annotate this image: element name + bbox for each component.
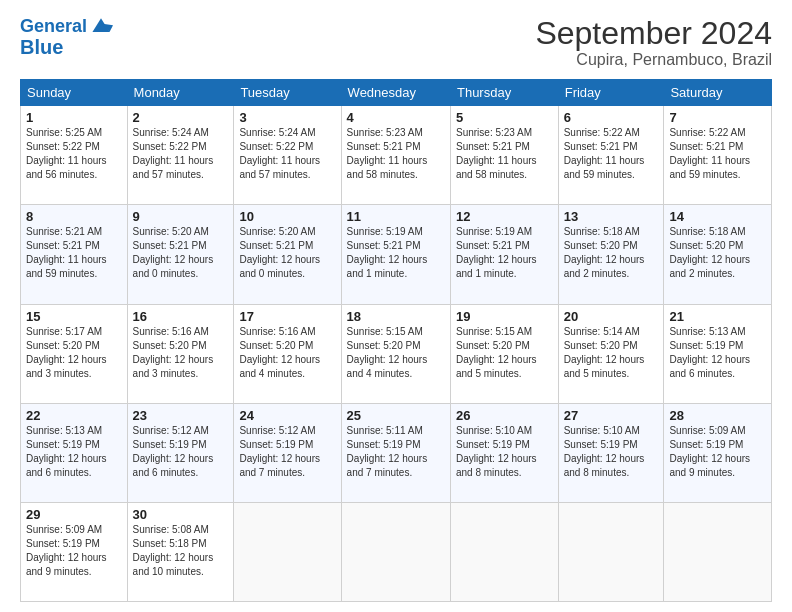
- day-cell: 8Sunrise: 5:21 AM Sunset: 5:21 PM Daylig…: [21, 205, 128, 304]
- day-info: Sunrise: 5:20 AM Sunset: 5:21 PM Dayligh…: [239, 225, 335, 281]
- day-cell: 27Sunrise: 5:10 AM Sunset: 5:19 PM Dayli…: [558, 403, 664, 502]
- subtitle: Cupira, Pernambuco, Brazil: [535, 51, 772, 69]
- day-cell: 21Sunrise: 5:13 AM Sunset: 5:19 PM Dayli…: [664, 304, 772, 403]
- day-info: Sunrise: 5:10 AM Sunset: 5:19 PM Dayligh…: [564, 424, 659, 480]
- day-info: Sunrise: 5:18 AM Sunset: 5:20 PM Dayligh…: [669, 225, 766, 281]
- week-row-2: 8Sunrise: 5:21 AM Sunset: 5:21 PM Daylig…: [21, 205, 772, 304]
- day-info: Sunrise: 5:21 AM Sunset: 5:21 PM Dayligh…: [26, 225, 122, 281]
- day-info: Sunrise: 5:17 AM Sunset: 5:20 PM Dayligh…: [26, 325, 122, 381]
- day-number: 7: [669, 110, 766, 125]
- day-cell: 6Sunrise: 5:22 AM Sunset: 5:21 PM Daylig…: [558, 106, 664, 205]
- day-info: Sunrise: 5:23 AM Sunset: 5:21 PM Dayligh…: [456, 126, 553, 182]
- logo-text-blue: Blue: [20, 36, 63, 58]
- day-info: Sunrise: 5:08 AM Sunset: 5:18 PM Dayligh…: [133, 523, 229, 579]
- day-info: Sunrise: 5:23 AM Sunset: 5:21 PM Dayligh…: [347, 126, 445, 182]
- day-info: Sunrise: 5:13 AM Sunset: 5:19 PM Dayligh…: [669, 325, 766, 381]
- day-cell: 28Sunrise: 5:09 AM Sunset: 5:19 PM Dayli…: [664, 403, 772, 502]
- logo: General Blue: [20, 16, 113, 58]
- day-number: 16: [133, 309, 229, 324]
- day-cell: [234, 502, 341, 601]
- day-cell: [558, 502, 664, 601]
- day-number: 30: [133, 507, 229, 522]
- day-info: Sunrise: 5:24 AM Sunset: 5:22 PM Dayligh…: [133, 126, 229, 182]
- day-cell: 14Sunrise: 5:18 AM Sunset: 5:20 PM Dayli…: [664, 205, 772, 304]
- dow-header-monday: Monday: [127, 80, 234, 106]
- day-info: Sunrise: 5:24 AM Sunset: 5:22 PM Dayligh…: [239, 126, 335, 182]
- title-area: September 2024 Cupira, Pernambuco, Brazi…: [535, 16, 772, 69]
- day-cell: [341, 502, 450, 601]
- day-of-week-row: SundayMondayTuesdayWednesdayThursdayFrid…: [21, 80, 772, 106]
- day-cell: 17Sunrise: 5:16 AM Sunset: 5:20 PM Dayli…: [234, 304, 341, 403]
- day-number: 14: [669, 209, 766, 224]
- day-number: 28: [669, 408, 766, 423]
- dow-header-saturday: Saturday: [664, 80, 772, 106]
- day-number: 9: [133, 209, 229, 224]
- calendar-table: SundayMondayTuesdayWednesdayThursdayFrid…: [20, 79, 772, 602]
- week-row-5: 29Sunrise: 5:09 AM Sunset: 5:19 PM Dayli…: [21, 502, 772, 601]
- header: General Blue September 2024 Cupira, Pern…: [20, 16, 772, 69]
- dow-header-sunday: Sunday: [21, 80, 128, 106]
- day-number: 3: [239, 110, 335, 125]
- day-number: 23: [133, 408, 229, 423]
- day-number: 25: [347, 408, 445, 423]
- day-number: 10: [239, 209, 335, 224]
- logo-text-general: General: [20, 17, 87, 37]
- logo-icon: [89, 16, 113, 36]
- day-number: 26: [456, 408, 553, 423]
- day-cell: 24Sunrise: 5:12 AM Sunset: 5:19 PM Dayli…: [234, 403, 341, 502]
- day-cell: [664, 502, 772, 601]
- day-cell: 23Sunrise: 5:12 AM Sunset: 5:19 PM Dayli…: [127, 403, 234, 502]
- day-info: Sunrise: 5:25 AM Sunset: 5:22 PM Dayligh…: [26, 126, 122, 182]
- day-info: Sunrise: 5:22 AM Sunset: 5:21 PM Dayligh…: [669, 126, 766, 182]
- day-number: 17: [239, 309, 335, 324]
- day-cell: 25Sunrise: 5:11 AM Sunset: 5:19 PM Dayli…: [341, 403, 450, 502]
- week-row-3: 15Sunrise: 5:17 AM Sunset: 5:20 PM Dayli…: [21, 304, 772, 403]
- dow-header-thursday: Thursday: [450, 80, 558, 106]
- day-cell: 1Sunrise: 5:25 AM Sunset: 5:22 PM Daylig…: [21, 106, 128, 205]
- day-number: 21: [669, 309, 766, 324]
- day-cell: 18Sunrise: 5:15 AM Sunset: 5:20 PM Dayli…: [341, 304, 450, 403]
- day-cell: 11Sunrise: 5:19 AM Sunset: 5:21 PM Dayli…: [341, 205, 450, 304]
- day-cell: 3Sunrise: 5:24 AM Sunset: 5:22 PM Daylig…: [234, 106, 341, 205]
- day-info: Sunrise: 5:09 AM Sunset: 5:19 PM Dayligh…: [669, 424, 766, 480]
- week-row-1: 1Sunrise: 5:25 AM Sunset: 5:22 PM Daylig…: [21, 106, 772, 205]
- day-cell: 12Sunrise: 5:19 AM Sunset: 5:21 PM Dayli…: [450, 205, 558, 304]
- day-number: 1: [26, 110, 122, 125]
- day-info: Sunrise: 5:22 AM Sunset: 5:21 PM Dayligh…: [564, 126, 659, 182]
- day-number: 11: [347, 209, 445, 224]
- day-cell: 9Sunrise: 5:20 AM Sunset: 5:21 PM Daylig…: [127, 205, 234, 304]
- day-cell: 20Sunrise: 5:14 AM Sunset: 5:20 PM Dayli…: [558, 304, 664, 403]
- day-cell: 15Sunrise: 5:17 AM Sunset: 5:20 PM Dayli…: [21, 304, 128, 403]
- day-cell: 7Sunrise: 5:22 AM Sunset: 5:21 PM Daylig…: [664, 106, 772, 205]
- day-number: 15: [26, 309, 122, 324]
- day-number: 19: [456, 309, 553, 324]
- day-info: Sunrise: 5:18 AM Sunset: 5:20 PM Dayligh…: [564, 225, 659, 281]
- day-cell: 2Sunrise: 5:24 AM Sunset: 5:22 PM Daylig…: [127, 106, 234, 205]
- dow-header-tuesday: Tuesday: [234, 80, 341, 106]
- day-info: Sunrise: 5:16 AM Sunset: 5:20 PM Dayligh…: [239, 325, 335, 381]
- day-number: 27: [564, 408, 659, 423]
- day-number: 22: [26, 408, 122, 423]
- day-cell: 16Sunrise: 5:16 AM Sunset: 5:20 PM Dayli…: [127, 304, 234, 403]
- day-number: 13: [564, 209, 659, 224]
- day-number: 8: [26, 209, 122, 224]
- day-info: Sunrise: 5:14 AM Sunset: 5:20 PM Dayligh…: [564, 325, 659, 381]
- day-number: 29: [26, 507, 122, 522]
- day-number: 20: [564, 309, 659, 324]
- main-title: September 2024: [535, 16, 772, 51]
- day-info: Sunrise: 5:19 AM Sunset: 5:21 PM Dayligh…: [456, 225, 553, 281]
- day-number: 2: [133, 110, 229, 125]
- day-cell: 4Sunrise: 5:23 AM Sunset: 5:21 PM Daylig…: [341, 106, 450, 205]
- day-cell: 19Sunrise: 5:15 AM Sunset: 5:20 PM Dayli…: [450, 304, 558, 403]
- day-info: Sunrise: 5:10 AM Sunset: 5:19 PM Dayligh…: [456, 424, 553, 480]
- day-info: Sunrise: 5:12 AM Sunset: 5:19 PM Dayligh…: [239, 424, 335, 480]
- day-info: Sunrise: 5:15 AM Sunset: 5:20 PM Dayligh…: [347, 325, 445, 381]
- day-info: Sunrise: 5:12 AM Sunset: 5:19 PM Dayligh…: [133, 424, 229, 480]
- day-cell: 26Sunrise: 5:10 AM Sunset: 5:19 PM Dayli…: [450, 403, 558, 502]
- dow-header-wednesday: Wednesday: [341, 80, 450, 106]
- day-info: Sunrise: 5:15 AM Sunset: 5:20 PM Dayligh…: [456, 325, 553, 381]
- day-info: Sunrise: 5:16 AM Sunset: 5:20 PM Dayligh…: [133, 325, 229, 381]
- day-number: 5: [456, 110, 553, 125]
- day-cell: 5Sunrise: 5:23 AM Sunset: 5:21 PM Daylig…: [450, 106, 558, 205]
- day-number: 12: [456, 209, 553, 224]
